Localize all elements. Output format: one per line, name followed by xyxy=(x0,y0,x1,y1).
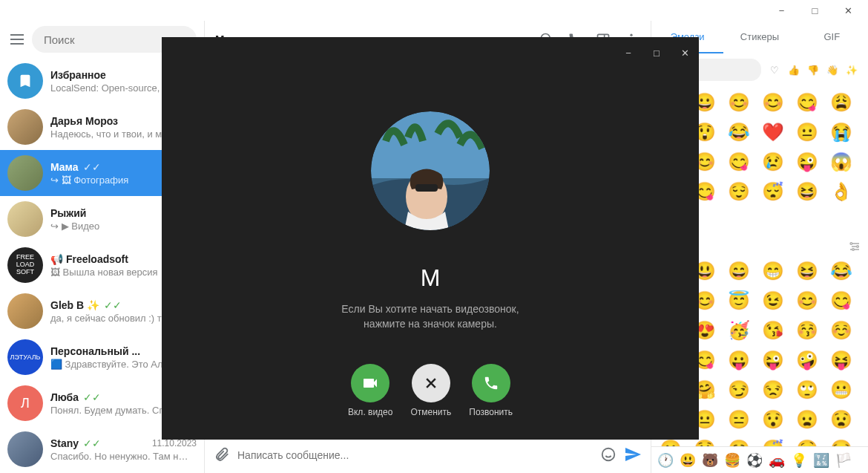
emoji-item[interactable]: 😝 xyxy=(829,348,853,372)
emoji-item[interactable]: 😧 xyxy=(829,408,853,431)
emoji-item[interactable]: 😐 xyxy=(795,120,819,144)
emoji-item[interactable]: 😑 xyxy=(727,408,751,431)
video-button[interactable] xyxy=(351,364,389,402)
emoji-item[interactable]: 😂 xyxy=(727,120,751,144)
emoji-item[interactable]: 😴 xyxy=(761,180,785,203)
emoji-item[interactable]: 😋 xyxy=(829,289,853,313)
emoji-item[interactable]: 😯 xyxy=(761,408,785,431)
svg-point-7 xyxy=(857,246,859,248)
tab-gif[interactable]: GIF xyxy=(796,21,868,53)
window-titlebar: − □ ✕ xyxy=(0,0,868,21)
cancel-button[interactable] xyxy=(412,364,450,402)
emoji-item[interactable]: 😚 xyxy=(795,319,819,342)
emoji-item[interactable]: 😬 xyxy=(829,378,853,402)
emoji-item[interactable]: 🤤 xyxy=(795,437,819,446)
sparkle-icon[interactable]: ✨ xyxy=(844,62,859,77)
heart-icon[interactable]: ♡ xyxy=(767,62,782,77)
window-minimize-button[interactable]: − xyxy=(765,0,798,21)
emoji-item[interactable]: 😩 xyxy=(829,91,853,114)
emoji-item[interactable]: 😋 xyxy=(727,150,751,174)
call-button-label: Позвонить xyxy=(469,407,513,417)
emoji-category-icon[interactable]: 😃 xyxy=(680,452,696,469)
tab-stickers[interactable]: Стикеры xyxy=(723,21,795,53)
emoji-item[interactable]: 😘 xyxy=(761,319,785,342)
emoji-item[interactable]: 😦 xyxy=(795,408,819,431)
emoji-item[interactable]: 😊 xyxy=(795,289,819,313)
emoji-category-icon[interactable]: 🚗 xyxy=(769,452,785,469)
thumbs-up-icon[interactable]: 👍 xyxy=(786,62,801,77)
send-icon[interactable] xyxy=(624,446,642,466)
emoji-category-icon[interactable]: ⚽ xyxy=(746,452,763,469)
emoji-icon[interactable] xyxy=(600,446,617,465)
svg-point-6 xyxy=(850,243,852,245)
emoji-item[interactable]: 😄 xyxy=(727,259,751,283)
emoji-item[interactable]: 😋 xyxy=(795,91,819,114)
menu-icon[interactable] xyxy=(7,27,26,51)
emoji-item[interactable]: 😛 xyxy=(727,348,751,372)
avatar xyxy=(7,201,43,237)
avatar: ЛЭТУАЛЬ xyxy=(7,339,43,375)
call-button[interactable] xyxy=(472,364,510,402)
avatar: FREELOADSOFT xyxy=(7,247,43,283)
emoji-item[interactable]: 😒 xyxy=(761,378,785,402)
emoji-item[interactable]: 😇 xyxy=(727,289,751,313)
avatar xyxy=(7,63,43,99)
chat-name: Люба xyxy=(50,391,79,403)
emoji-item[interactable]: 😜 xyxy=(761,348,785,372)
call-overlay: − □ ✕ М Если Вы хотите начать видеозвоно… xyxy=(162,37,699,440)
chat-name: Мама xyxy=(50,161,79,173)
emoji-item[interactable]: 👌 xyxy=(829,180,853,203)
emoji-category-icon[interactable]: 🕐 xyxy=(657,452,674,469)
emoji-item[interactable]: 😁 xyxy=(761,259,785,283)
window-close-button[interactable]: ✕ xyxy=(832,0,865,21)
avatar xyxy=(7,431,43,467)
chat-preview: Спасибо. Но ненужно. Там н… xyxy=(50,451,197,462)
emoji-category-icon[interactable]: 🔣 xyxy=(813,452,829,469)
emoji-item[interactable]: 😉 xyxy=(761,289,785,313)
emoji-item[interactable]: 😜 xyxy=(795,150,819,174)
chat-name: Рыжий xyxy=(50,207,86,219)
read-check-icon: ✓✓ xyxy=(83,391,101,403)
call-minimize-icon[interactable]: − xyxy=(619,43,638,62)
message-input[interactable] xyxy=(237,449,593,461)
emoji-item[interactable]: 😱 xyxy=(829,150,853,174)
call-maximize-icon[interactable]: □ xyxy=(647,43,666,62)
settings-icon[interactable] xyxy=(849,241,861,255)
avatar: Л xyxy=(7,385,43,421)
emoji-item[interactable]: 😪 xyxy=(829,437,853,446)
emoji-item[interactable]: 😊 xyxy=(761,91,785,114)
emoji-item[interactable]: 😂 xyxy=(829,259,853,283)
wave-icon[interactable]: 👋 xyxy=(825,62,840,77)
emoji-item[interactable]: ❤️ xyxy=(761,120,785,144)
svg-point-2 xyxy=(630,33,632,36)
chat-name: Stany xyxy=(50,437,79,449)
emoji-category-icon[interactable]: 🍔 xyxy=(724,452,740,469)
emoji-item[interactable]: 😴 xyxy=(761,437,785,446)
emoji-item[interactable]: 🥳 xyxy=(727,319,751,342)
read-check-icon: ✓✓ xyxy=(83,437,101,449)
emoji-item[interactable]: 😆 xyxy=(795,259,819,283)
window-maximize-button[interactable]: □ xyxy=(798,0,832,21)
attach-icon[interactable] xyxy=(214,446,230,465)
emoji-category-icon[interactable]: 🐻 xyxy=(702,452,718,469)
emoji-item[interactable]: 😢 xyxy=(761,150,785,174)
emoji-item[interactable]: 😌 xyxy=(727,180,751,203)
svg-point-5 xyxy=(602,448,615,460)
chat-name: Дарья Мороз xyxy=(50,115,118,127)
emoji-item[interactable]: 🤪 xyxy=(795,348,819,372)
thumbs-down-icon[interactable]: 👎 xyxy=(806,62,821,77)
chat-name: 📢 Freeloadsoft xyxy=(50,253,128,265)
emoji-item[interactable]: 😊 xyxy=(727,91,751,114)
svg-rect-10 xyxy=(371,111,490,178)
call-close-icon[interactable]: ✕ xyxy=(675,43,694,62)
emoji-category-icon[interactable]: 🏳️ xyxy=(835,452,852,469)
emoji-item[interactable]: ☺️ xyxy=(829,319,853,342)
emoji-item[interactable]: 🙄 xyxy=(795,378,819,402)
emoji-item[interactable]: 🥱 xyxy=(727,437,751,446)
emoji-item[interactable]: 😏 xyxy=(727,378,751,402)
emoji-item[interactable]: 😆 xyxy=(795,180,819,203)
message-input-row xyxy=(205,437,651,473)
emoji-category-icon[interactable]: 💡 xyxy=(791,452,807,469)
emoji-categories: 🕐😃🐻🍔⚽🚗💡🔣🏳️ xyxy=(651,446,868,473)
emoji-item[interactable]: 😭 xyxy=(829,120,853,144)
